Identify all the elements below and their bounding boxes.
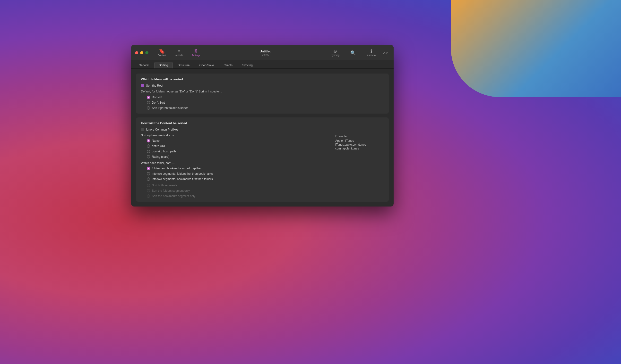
section-which-folders: Which folders will be sorted... ✓ Sort t… bbox=[136, 74, 389, 113]
radio-dont-sort-label: Don't Sort bbox=[152, 101, 165, 104]
radio-rating-button[interactable] bbox=[147, 155, 150, 158]
radio-mixed[interactable]: folders and bookmarks mixed together bbox=[141, 167, 384, 170]
radio-domain-host-path[interactable]: domain, host, path bbox=[141, 150, 330, 153]
radio-sort-if-parent-button[interactable] bbox=[147, 106, 150, 110]
radio-sort-bookmarks-only: Sort the bookmarks segment only bbox=[141, 194, 384, 198]
main-content: Which folders will be sorted... ✓ Sort t… bbox=[131, 69, 394, 206]
within-folder-label: Within each folder, sort ...... bbox=[141, 161, 384, 165]
radio-sort-folders-only-label: Sort the folders segment only bbox=[152, 189, 190, 192]
example-value-3: com, apple, itunes bbox=[335, 147, 384, 150]
radio-bookmarks-first[interactable]: into two segments, bookmarks first then … bbox=[141, 177, 384, 181]
radio-mixed-label: folders and bookmarks mixed together bbox=[152, 167, 201, 170]
sort-alpha-section: Sort alpha-numerically by... Name entire… bbox=[141, 134, 384, 158]
section2-title: How will the Content be sorted... bbox=[141, 121, 384, 125]
radio-folders-first-label: into two segments, folders first then bo… bbox=[152, 172, 213, 175]
toolbar-syncing-label: Syncing bbox=[331, 54, 339, 57]
sort-alpha-label: Sort alpha-numerically by... bbox=[141, 134, 330, 137]
radio-mixed-button[interactable] bbox=[147, 167, 150, 170]
section1-title: Which folders will be sorted... bbox=[141, 78, 384, 81]
example-title: Example: bbox=[335, 135, 384, 138]
toolbar-right: ⊖ Syncing 🔍 ℹ Inspector >> bbox=[327, 48, 390, 58]
ignore-prefixes-checkbox[interactable] bbox=[141, 128, 144, 131]
toolbar-settings[interactable]: 🎚 Settings bbox=[187, 48, 204, 58]
tab-open-save[interactable]: Open/Save bbox=[195, 62, 218, 68]
radio-entire-url[interactable]: entire URL bbox=[141, 144, 330, 148]
example-value-1: Apple - iTunes bbox=[335, 139, 384, 142]
checkbox-check-icon: ✓ bbox=[142, 84, 144, 87]
radio-do-sort-label: Do Sort bbox=[152, 95, 162, 99]
radio-domain-host-path-label: domain, host, path bbox=[152, 150, 176, 153]
window-subtitle: Edited bbox=[262, 53, 269, 56]
radio-dont-sort-button[interactable] bbox=[147, 101, 150, 104]
section1-subtitle: Default, for folders not set as "Do" or … bbox=[141, 90, 384, 93]
window-title: Untitled bbox=[259, 49, 271, 53]
settings-icon: 🎚 bbox=[193, 49, 198, 54]
radio-do-sort[interactable]: Do Sort bbox=[141, 95, 384, 99]
radio-bookmarks-first-label: into two segments, bookmarks first then … bbox=[152, 177, 213, 181]
tab-clients[interactable]: Clients bbox=[219, 62, 237, 68]
toolbar-inspector[interactable]: ℹ Inspector bbox=[362, 48, 380, 58]
radio-folders-first[interactable]: into two segments, folders first then bo… bbox=[141, 172, 384, 175]
toolbar-settings-label: Settings bbox=[191, 54, 200, 57]
radio-rating-label: Rating (stars) bbox=[152, 155, 169, 158]
sort-root-checkbox-row[interactable]: ✓ Sort the Root bbox=[141, 84, 384, 87]
toolbar-reports[interactable]: ≡ Reports bbox=[170, 48, 187, 58]
radio-entire-url-label: entire URL bbox=[152, 144, 166, 148]
radio-sort-both: Sort both segments bbox=[141, 184, 384, 187]
tab-general[interactable]: General bbox=[134, 62, 154, 68]
sort-root-checkbox[interactable]: ✓ bbox=[141, 84, 144, 87]
search-icon: 🔍 bbox=[350, 51, 356, 55]
syncing-icon: ⊖ bbox=[333, 49, 337, 53]
radio-sort-folders-only-button bbox=[147, 189, 150, 192]
radio-dont-sort[interactable]: Don't Sort bbox=[141, 101, 384, 104]
traffic-lights bbox=[135, 51, 148, 54]
minimize-button[interactable] bbox=[140, 51, 143, 54]
radio-sort-if-parent[interactable]: Sort if parent folder is sorted bbox=[141, 106, 384, 110]
toolbar-inspector-label: Inspector bbox=[366, 54, 376, 57]
radio-sort-folders-only: Sort the folders segment only bbox=[141, 189, 384, 192]
ignore-prefixes-row[interactable]: Ignore Common Prefixes bbox=[141, 128, 384, 131]
background-accent bbox=[451, 0, 621, 97]
tab-syncing[interactable]: Syncing bbox=[238, 62, 257, 68]
radio-sort-bookmarks-only-button bbox=[147, 194, 150, 198]
maximize-button[interactable] bbox=[145, 51, 148, 54]
titlebar: 🔖 Content ≡ Reports 🎚 Settings Untitled … bbox=[131, 45, 394, 60]
toolbar-content-label: Content bbox=[157, 54, 166, 57]
toolbar-content[interactable]: 🔖 Content bbox=[153, 48, 170, 58]
radio-sort-if-parent-label: Sort if parent folder is sorted bbox=[152, 106, 189, 110]
radio-rating[interactable]: Rating (stars) bbox=[141, 155, 330, 158]
toolbar-overflow-button[interactable]: >> bbox=[381, 50, 390, 56]
toolbar-reports-label: Reports bbox=[174, 54, 183, 57]
sort-root-label: Sort the Root bbox=[146, 84, 163, 87]
radio-name-button[interactable] bbox=[147, 139, 150, 142]
tab-structure[interactable]: Structure bbox=[173, 62, 194, 68]
sort-options-col: Sort alpha-numerically by... Name entire… bbox=[141, 134, 330, 158]
radio-name-label: Name bbox=[152, 139, 160, 142]
radio-sort-bookmarks-only-label: Sort the bookmarks segment only bbox=[152, 194, 195, 198]
close-button[interactable] bbox=[135, 51, 138, 54]
tab-bar: General Sorting Structure Open/Save Clie… bbox=[131, 60, 394, 69]
radio-domain-host-path-button[interactable] bbox=[147, 150, 150, 153]
app-window: 🔖 Content ≡ Reports 🎚 Settings Untitled … bbox=[131, 45, 394, 206]
radio-folders-first-button[interactable] bbox=[147, 172, 150, 175]
window-title-area: Untitled Edited bbox=[204, 49, 327, 56]
radio-sort-both-label: Sort both segments bbox=[152, 184, 177, 187]
radio-sort-both-button bbox=[147, 184, 150, 187]
ignore-prefixes-label: Ignore Common Prefixes bbox=[146, 128, 178, 131]
segment-options: Sort both segments Sort the folders segm… bbox=[141, 184, 384, 198]
radio-entire-url-button[interactable] bbox=[147, 144, 150, 148]
section-how-sorted: How will the Content be sorted... Ignore… bbox=[136, 117, 389, 202]
content-icon: 🔖 bbox=[159, 49, 165, 54]
example-value-2: iTunes.apple.com/tunes bbox=[335, 143, 384, 146]
toolbar-search[interactable]: 🔍 bbox=[345, 50, 362, 56]
inspector-icon: ℹ bbox=[371, 49, 372, 53]
radio-bookmarks-first-button[interactable] bbox=[147, 177, 150, 181]
toolbar-syncing[interactable]: ⊖ Syncing bbox=[327, 48, 344, 58]
tab-sorting[interactable]: Sorting bbox=[154, 62, 173, 68]
radio-do-sort-button[interactable] bbox=[147, 95, 150, 99]
toolbar: 🔖 Content ≡ Reports 🎚 Settings Untitled … bbox=[153, 48, 390, 58]
example-col: Example: Apple - iTunes iTunes.apple.com… bbox=[335, 134, 384, 158]
reports-icon: ≡ bbox=[178, 49, 180, 53]
radio-name[interactable]: Name bbox=[141, 139, 330, 142]
